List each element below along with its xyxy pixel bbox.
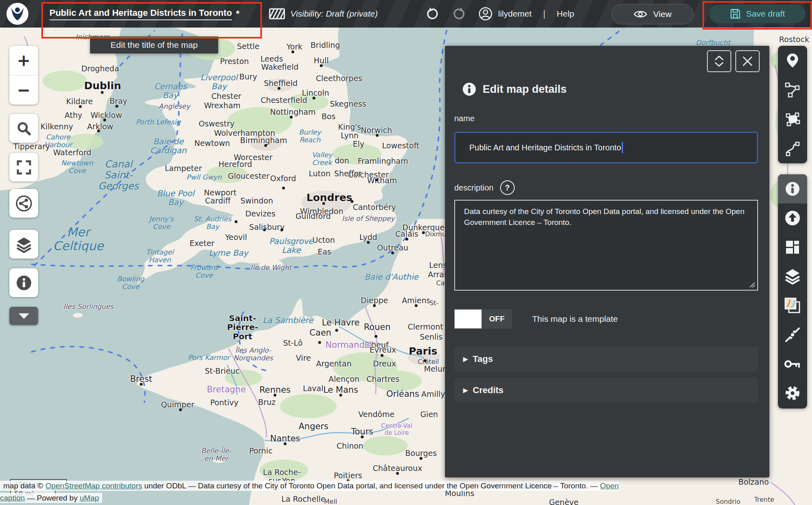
map-label: Bolzano [738, 478, 769, 486]
map-label: Witham [367, 176, 397, 185]
map-label: Bray [110, 97, 127, 105]
draw-marker-button[interactable] [778, 46, 807, 75]
map-label: Clermont [408, 323, 443, 331]
city-dot [318, 341, 321, 344]
city-dot [284, 443, 287, 445]
zoom-out-button[interactable]: − [9, 75, 38, 105]
tilelayer-icon [784, 297, 801, 314]
map-label: Baie d'Authie [364, 272, 418, 281]
resize-handle-icon[interactable] [749, 281, 755, 288]
template-toggle[interactable]: OFF [454, 309, 512, 329]
fullscreen-button[interactable] [9, 153, 38, 182]
map-label: Valley Creek [312, 151, 333, 167]
panel-close-button[interactable] [735, 50, 760, 72]
eye-icon [634, 10, 647, 19]
toggle-knob [454, 309, 482, 329]
layers-button[interactable] [9, 230, 38, 259]
map-label: Paris [409, 346, 437, 357]
map-label: Burley Reach [299, 128, 321, 144]
layers-icon [15, 236, 32, 253]
title-tooltip: Edit the title of the map [90, 36, 218, 53]
city-dot [101, 91, 104, 94]
city-dot [281, 229, 284, 231]
edit-map-details-button[interactable] [778, 174, 807, 203]
visibility-status[interactable]: Visibility: Draft (private) [269, 0, 378, 28]
description-help-button[interactable]: ? [500, 180, 515, 195]
city-dot [375, 335, 378, 338]
map-label: Argentan [316, 359, 351, 368]
fullscreen-icon [17, 160, 31, 175]
map-label: Chesterfield [261, 96, 307, 105]
map-label: Gien [420, 410, 438, 419]
city-dot [373, 304, 376, 307]
collapse-caption-button[interactable] [9, 307, 38, 325]
map-label: Alençon [329, 375, 359, 383]
redo-button[interactable] [453, 7, 466, 21]
map-label: Outreau [377, 244, 408, 252]
osm-contributors-link[interactable]: OpenStreetMap contributors [45, 481, 142, 490]
share-button[interactable] [9, 189, 38, 218]
unsaved-indicator: * [236, 9, 240, 19]
map-label: Saint- Pierre- Port [227, 314, 258, 341]
center-map-button[interactable] [778, 320, 807, 349]
map-label: Tipperary [13, 142, 50, 151]
city-dot [320, 64, 323, 67]
map-label: Newtown Cove [61, 159, 93, 175]
map-label: Framlingham [358, 157, 408, 165]
city-dot [406, 238, 408, 241]
map-label: Tintagel Haven [146, 248, 174, 264]
help-link[interactable]: Help [557, 9, 574, 19]
city-dot [116, 105, 118, 108]
city-dot [391, 252, 394, 255]
map-label: Orléans [386, 389, 419, 399]
open-caption-link[interactable]: caption [0, 494, 25, 502]
zoom-control[interactable]: + − [9, 46, 38, 105]
undo-button[interactable] [425, 7, 439, 21]
center-map-icon [784, 327, 801, 343]
map-label: Le Havre [322, 318, 359, 328]
change-tilelayer-button[interactable] [778, 291, 807, 320]
accordion-tags[interactable]: ▶Tags [454, 347, 758, 372]
view-button[interactable]: View [612, 4, 694, 24]
draw-polygon-button[interactable] [778, 105, 807, 134]
close-icon [742, 56, 753, 66]
city-dot [278, 87, 281, 90]
map-title[interactable]: Public Art and Heritage Districts in Tor… [49, 0, 239, 28]
umap-logo[interactable] [6, 3, 28, 25]
description-label: description [454, 183, 494, 193]
map-label: Preston [220, 57, 249, 66]
map-dashboard-button[interactable] [778, 233, 807, 262]
map-name-input[interactable]: Public Art and Heritage Districts in Tor… [454, 132, 758, 163]
map-label: Exeter [189, 239, 214, 248]
map-description-textarea[interactable]: Data curtesy of the City of Toronto Open… [454, 200, 758, 291]
map-label: Yeovil [225, 233, 247, 242]
map-label: Froward Cove [190, 264, 217, 279]
user-menu[interactable]: lilydemet | Help [479, 0, 574, 28]
map-label: Lowestoft [382, 141, 419, 150]
city-dot [235, 220, 238, 223]
info-button[interactable] [9, 268, 38, 297]
city-dot [79, 105, 82, 108]
update-permissions-button[interactable] [778, 349, 807, 379]
city-dot [375, 179, 378, 182]
blocks-icon [785, 240, 800, 255]
map-label: Bretagne [207, 385, 246, 395]
accordion-credits[interactable]: ▶Credits [454, 378, 758, 403]
umap-link[interactable]: uMap [79, 494, 99, 502]
map-label: Canal Saint- Georges [98, 159, 139, 192]
advanced-settings-button[interactable] [778, 379, 807, 408]
open-caption-link[interactable]: Open [600, 481, 619, 490]
map-label: Laval [303, 384, 323, 393]
accordion-label: Tags [473, 354, 493, 364]
import-data-button[interactable] [778, 203, 807, 233]
panel-expand-button[interactable] [707, 50, 731, 72]
map-label: Settle [237, 42, 260, 51]
manage-layers-button[interactable] [778, 262, 807, 291]
username: lilydemet [498, 9, 532, 19]
zoom-in-button[interactable]: + [9, 46, 38, 75]
search-button[interactable] [9, 114, 38, 143]
draw-curve-button[interactable] [778, 134, 807, 164]
map-label: Senlis [420, 333, 443, 341]
draw-polyline-button[interactable] [778, 75, 807, 105]
save-draft-button[interactable]: Save draft [709, 4, 806, 23]
